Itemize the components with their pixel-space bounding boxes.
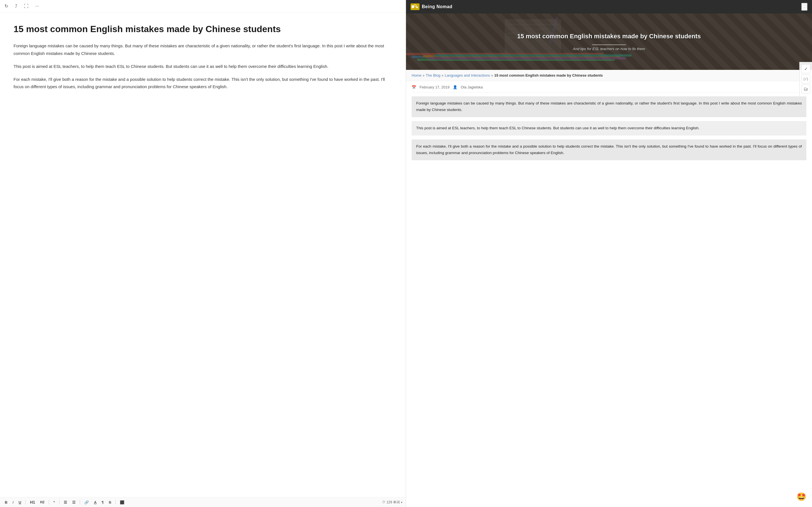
hero-content: 15 most common English mistakes made by … (406, 13, 812, 70)
right-sidebar: ✓ [/] 🗂 (799, 62, 812, 96)
quote-button[interactable]: “ (52, 499, 57, 505)
share-icon: ⤴ (15, 4, 17, 8)
code-button[interactable]: [/] (801, 74, 810, 83)
svg-point-1 (414, 5, 416, 7)
editor-paragraph-3: For each mistake, I'll give both a reaso… (13, 76, 392, 91)
article-paragraph-3: For each mistake, I'll give both a reaso… (412, 139, 806, 160)
expand-button[interactable]: ⛶ (23, 3, 30, 10)
toolbar-separator-2 (49, 500, 49, 504)
toolbar-separator-5 (115, 500, 116, 504)
italic-button[interactable]: I (11, 499, 15, 505)
expand-icon: ⛶ (24, 4, 29, 8)
site-navigation: Being Nomad ☰ (406, 0, 812, 13)
bottom-emoji[interactable]: 🤩 (797, 492, 806, 501)
calendar-icon: 📅 (412, 85, 416, 89)
editor-paragraph-2: This post is aimed at ESL teachers, to h… (13, 63, 392, 70)
svg-line-3 (416, 5, 417, 5)
toolbar-separator-3 (59, 500, 59, 504)
article-paragraph-2: This post is aimed at ESL teachers, to h… (412, 121, 806, 135)
editor-content[interactable]: 15 most common English mistakes made by … (0, 12, 406, 497)
editor-paragraph-1: Foreign language mistakes can be caused … (13, 42, 392, 57)
h1-button[interactable]: H1 (29, 499, 36, 505)
word-count-dropdown-icon: ▾ (401, 501, 402, 504)
brand-name: Being Nomad (422, 4, 453, 9)
paragraph-button[interactable]: ¶ (100, 499, 105, 505)
breadcrumb-current: 15 most common English mistakes made by … (494, 73, 603, 77)
tray-button[interactable]: 🗂 (801, 84, 810, 94)
editor-toolbar-bottom: B I U H1 H2 “ ☰ ☲ 🔗 A ¶ S ⬛ ⏱ 129 单词 ▾ (0, 497, 406, 507)
underline2-button[interactable]: A (93, 499, 98, 505)
brand-logo: Being Nomad (410, 3, 453, 10)
image-button[interactable]: ⬛ (118, 499, 126, 505)
tray-icon: 🗂 (804, 87, 808, 92)
more-button[interactable]: ··· (34, 3, 40, 10)
editor-panel: ↻ ⤴ ⛶ ··· 15 most common English mistake… (0, 0, 406, 507)
bold-button[interactable]: B (3, 499, 9, 505)
hero-subtitle: And tips for ESL teachers on how to fix … (573, 47, 645, 51)
check-button[interactable]: ✓ (801, 64, 810, 73)
breadcrumb-sep-3: » (491, 73, 493, 77)
underline-button[interactable]: U (17, 499, 22, 505)
breadcrumb-home[interactable]: Home (412, 73, 421, 77)
article-author: Ola Jagielska (461, 85, 483, 89)
strikethrough-button[interactable]: S (107, 499, 113, 505)
hero-section: 15 most common English mistakes made by … (406, 13, 812, 70)
logo-icon (410, 3, 419, 10)
breadcrumb-sep-2: » (442, 73, 444, 77)
more-icon: ··· (35, 4, 39, 8)
editor-title: 15 most common English mistakes made by … (13, 24, 392, 34)
h2-button[interactable]: H2 (39, 499, 46, 505)
svg-rect-4 (416, 6, 418, 8)
hamburger-menu[interactable]: ☰ (801, 3, 808, 11)
list-ul-button[interactable]: ☰ (62, 499, 68, 505)
toolbar-separator-4 (80, 500, 80, 504)
author-icon: 👤 (453, 85, 457, 89)
article-date: February 17, 2019 (419, 85, 449, 89)
svg-rect-0 (412, 5, 414, 8)
list-ol-button[interactable]: ☲ (71, 499, 77, 505)
code-icon: [/] (803, 77, 808, 80)
browser-panel: Being Nomad ☰ (406, 0, 812, 507)
breadcrumb-blog[interactable]: The Blog (426, 73, 441, 77)
article-section: 📅 February 17, 2019 👤 Ola Jagielska Fore… (406, 81, 812, 160)
editor-toolbar-top: ↻ ⤴ ⛶ ··· (0, 0, 406, 12)
word-count: ⏱ 129 单词 ▾ (382, 500, 402, 505)
share-button[interactable]: ⤴ (14, 3, 18, 10)
hero-separator (592, 45, 626, 45)
breadcrumb: Home » The Blog » Languages and Interact… (406, 70, 812, 81)
word-count-value: 129 单词 (387, 500, 400, 505)
article-body[interactable]: Home » The Blog » Languages and Interact… (406, 70, 812, 507)
article-meta: 📅 February 17, 2019 👤 Ola Jagielska (412, 81, 806, 93)
refresh-icon: ↻ (4, 4, 8, 8)
article-paragraph-1: Foreign language mistakes can be caused … (412, 96, 806, 117)
breadcrumb-category[interactable]: Languages and Interactions (445, 73, 490, 77)
check-icon: ✓ (804, 66, 808, 71)
refresh-button[interactable]: ↻ (3, 2, 9, 10)
clock-icon: ⏱ (382, 500, 386, 504)
hero-title: 15 most common English mistakes made by … (517, 33, 701, 41)
link-button[interactable]: 🔗 (83, 499, 90, 505)
logo-svg (412, 4, 418, 9)
breadcrumb-sep-1: » (423, 73, 424, 77)
